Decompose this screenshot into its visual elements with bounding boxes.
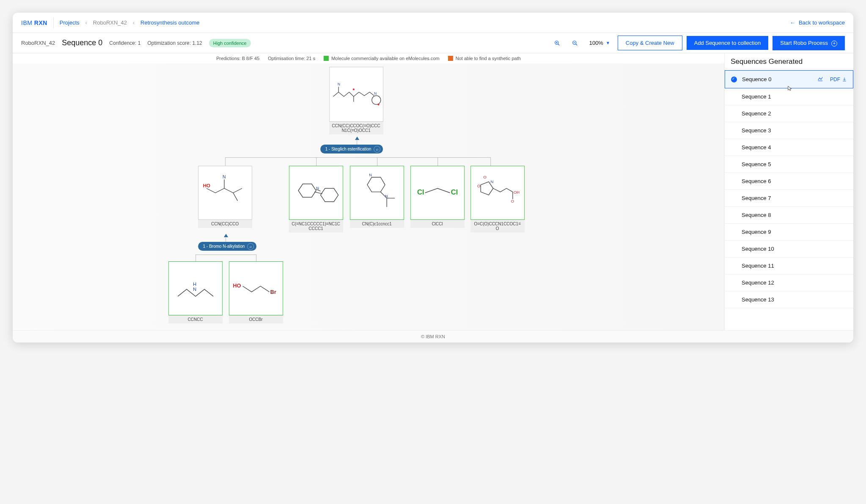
sequence-item[interactable]: Sequence 6 <box>725 173 853 190</box>
logo: IBM RXN <box>21 19 47 26</box>
svg-text:N: N <box>490 179 493 184</box>
svg-line-1 <box>558 44 559 45</box>
svg-text:HO: HO <box>203 183 210 188</box>
svg-text:OH: OH <box>514 190 520 194</box>
opt-time-stat: Optimisation time: 21 s <box>268 56 315 61</box>
svg-text:N: N <box>369 173 372 177</box>
svg-text:H: H <box>192 282 196 287</box>
svg-point-10 <box>352 88 354 90</box>
smiles-label: O=C(O)CCCN1CCOC1=O <box>470 220 525 233</box>
legend-available: Molecule commercially available on eMole… <box>324 56 440 61</box>
search-icon: ⌕ <box>247 243 254 250</box>
svg-text:N: N <box>222 174 225 179</box>
sequence-item[interactable]: Sequence 12 <box>725 274 853 291</box>
smiles-label: OCCBr <box>229 315 283 323</box>
start-robo-button[interactable]: Start Robo Process+ <box>773 36 845 50</box>
svg-text:Br: Br <box>270 289 276 295</box>
svg-text:N: N <box>385 194 388 198</box>
zoom-out-icon[interactable] <box>568 36 582 50</box>
molecule-card[interactable]: HON <box>198 166 252 220</box>
sequence-item[interactable]: Sequence 10 <box>725 241 853 257</box>
molecule-card[interactable]: HN <box>168 261 223 315</box>
svg-line-5 <box>575 44 577 45</box>
sequence-item[interactable]: Sequence 11 <box>725 257 853 274</box>
add-sequence-button[interactable]: Add Sequence to collection <box>687 36 769 50</box>
sequence-item[interactable]: Sequence 13 <box>725 291 853 308</box>
cursor-icon <box>787 85 793 91</box>
app-window: IBM RXN Projects ‹ RoboRXN_42 ‹ Retrosyn… <box>13 13 853 342</box>
legend-bar: Predictions: B 8/F 45 Optimisation time:… <box>13 53 724 63</box>
molecule-card[interactable]: OONOHO <box>470 166 525 220</box>
svg-text:HO: HO <box>233 283 241 289</box>
svg-line-18 <box>314 192 322 194</box>
chevron-left-icon: ‹ <box>85 20 87 26</box>
svg-text:Cl: Cl <box>451 188 458 196</box>
chevron-left-icon: ‹ <box>133 20 135 26</box>
sequence-item[interactable]: Sequence 8 <box>725 207 853 224</box>
chevron-down-icon: ▼ <box>606 41 610 45</box>
molecule-card[interactable]: ClCl <box>410 166 465 220</box>
sequence-item-0[interactable]: Sequence 0 PDF <box>725 70 853 88</box>
smiles-label: CCN(CC)CCO <box>198 220 252 228</box>
arrow-left-icon: ← <box>790 19 795 26</box>
download-icon <box>842 77 847 82</box>
svg-marker-17 <box>320 189 338 202</box>
reaction-step-2[interactable]: 1 - Bromo N-alkylation⌕ <box>198 242 257 251</box>
breadcrumb-project[interactable]: RoboRXN_42 <box>93 19 127 26</box>
zoom-select[interactable]: 100% ▼ <box>586 40 613 46</box>
target-molecule[interactable]: N N <box>329 67 383 122</box>
project-name: RoboRXN_42 <box>21 40 55 46</box>
svg-text:N: N <box>338 82 340 86</box>
svg-text:N: N <box>192 287 196 292</box>
breadcrumb-projects[interactable]: Projects <box>60 19 80 26</box>
sequence-item[interactable]: Sequence 5 <box>725 156 853 173</box>
smiles-label: ClCCl <box>410 220 465 228</box>
footer: © IBM RXN <box>13 330 853 342</box>
breadcrumb-current: Retrosynthesis outcome <box>140 19 199 26</box>
sequence-list[interactable]: Sequence 0 PDF Sequence 1 Sequence 2 S <box>725 70 853 330</box>
sequence-item[interactable]: Sequence 9 <box>725 224 853 241</box>
svg-point-9 <box>371 96 380 104</box>
back-to-workspace-link[interactable]: ← Back to workspace <box>790 19 845 26</box>
zoom-in-icon[interactable] <box>550 36 564 50</box>
svg-text:N: N <box>316 186 319 190</box>
molecule-card[interactable]: HOBr <box>229 261 283 315</box>
svg-marker-16 <box>298 184 316 197</box>
search-icon: ⌕ <box>374 146 381 153</box>
reaction-step-1[interactable]: 1 - Steglich esterification⌕ <box>320 145 383 153</box>
svg-text:O: O <box>483 175 486 179</box>
molecule-card[interactable]: NN <box>350 166 404 220</box>
confidence-badge: High confidence <box>209 39 251 47</box>
molecule-card[interactable]: N <box>289 166 343 220</box>
confidence-label: Confidence: 1 <box>109 40 140 46</box>
retrosynthesis-canvas[interactable]: N N CCN(CC)CCOC(=O)CCCN1C(=O)OCC1 1 - St… <box>13 63 724 330</box>
svg-text:O: O <box>477 184 480 188</box>
sequence-title: Sequence 0 <box>62 38 102 47</box>
svg-text:Cl: Cl <box>417 188 424 196</box>
smiles-label: CN(C)c1ccncc1 <box>350 220 404 228</box>
sequence-item[interactable]: Sequence 2 <box>725 105 853 122</box>
legend-notfound: Not able to find a synthetic path <box>448 56 521 61</box>
sequence-item[interactable]: Sequence 4 <box>725 139 853 156</box>
svg-text:O: O <box>511 199 514 203</box>
sequence-item[interactable]: Sequence 3 <box>725 122 853 139</box>
top-nav: IBM RXN Projects ‹ RoboRXN_42 ‹ Retrosyn… <box>13 13 853 33</box>
svg-marker-21 <box>367 177 385 192</box>
chart-icon[interactable] <box>817 76 823 83</box>
predictions-stat: Predictions: B 8/F 45 <box>216 56 259 61</box>
pdf-button[interactable]: PDF <box>830 77 847 82</box>
sequence-item[interactable]: Sequence 7 <box>725 190 853 207</box>
smiles-label: CCNCC <box>168 315 223 323</box>
check-icon <box>731 77 737 82</box>
sequences-panel: Sequences Generated Sequence 0 PDF <box>724 53 853 330</box>
optimization-score-label: Optimization score: 1.12 <box>147 40 202 46</box>
sequences-title: Sequences Generated <box>725 53 853 70</box>
smiles-label: C(=NC1CCCCC1)=NC1CCCCC1 <box>289 220 343 233</box>
svg-text:N: N <box>374 91 377 96</box>
sub-header: RoboRXN_42 Sequence 0 Confidence: 1 Opti… <box>13 33 853 53</box>
copy-create-button[interactable]: Copy & Create New <box>618 36 682 50</box>
svg-point-11 <box>377 104 379 105</box>
plus-icon: + <box>831 41 837 47</box>
target-smiles: CCN(CC)CCOC(=O)CCCN1C(=O)OCC1 <box>329 122 383 134</box>
